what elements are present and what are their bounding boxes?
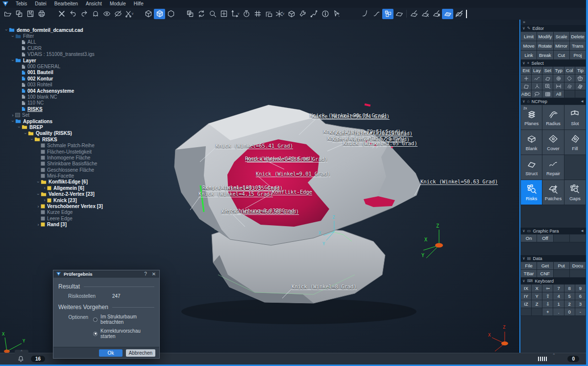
dialog-title-bar[interactable]: Prüfergebnis ? ✕ [53,270,159,278]
section-header-ncprep[interactable]: ∨⌂NCPrep◄ [520,98,586,105]
close-button[interactable]: ✕ [151,271,157,277]
chevron-expanded-icon[interactable]: › [36,192,41,197]
risk-annotation[interactable]: Knick (Winkel=4.15 Grad) [198,191,273,197]
tree-item[interactable]: Schmale Patch-Reihe [0,142,103,148]
editor-cut-button[interactable]: Cut [554,51,569,59]
section-header-keyboard[interactable]: ∨⌨Keyboard [520,278,586,284]
ncprep-gaps-tile[interactable]: Gaps [564,180,586,205]
tree-item[interactable]: ALL [0,39,103,45]
tree-item[interactable]: ›Set [0,112,103,118]
ncprep-risks-tile[interactable]: Risks [521,180,542,205]
chevron-down-icon[interactable]: ∨ [131,12,134,16]
toolbar-sheet-off-icon[interactable] [453,9,465,19]
tree-item[interactable]: Mini-Facette [0,173,103,179]
menu-module[interactable]: Module [106,0,130,8]
menu-bearbeiten[interactable]: Bearbeiten [50,0,82,8]
key-5[interactable]: 5 [564,292,575,300]
toolbar-pen-sheet-2-icon[interactable] [419,9,431,19]
chevron-expanded-icon[interactable]: › [29,137,34,142]
editor-limit-button[interactable]: Limit [521,32,537,41]
editor-scale-button[interactable]: Scale [554,32,569,41]
select-s-lasso-icon[interactable] [532,90,542,98]
key-4[interactable]: 4 [553,292,564,300]
tree-item[interactable]: Geschlossene Fläche [0,167,103,173]
toolbar-sheet-fill-icon[interactable] [442,9,453,19]
chevron-collapsed-icon[interactable]: › [10,113,15,118]
data-tbar-button[interactable]: TBar [521,270,537,277]
tree-item[interactable]: ›RISKS [0,136,103,142]
menu-datei[interactable]: Datei [31,0,50,8]
ok-button[interactable]: Ok [99,349,122,357]
key-3[interactable]: 3 [575,300,586,308]
risk-annotation[interactable]: Knick (Winkel=50.63 Grad) [420,179,498,185]
select-s-tripod-icon[interactable] [532,82,542,90]
key-2[interactable]: 2 [564,300,575,308]
key-ix[interactable]: IX [521,285,531,292]
tree-item[interactable]: 001 Bauteil [0,70,103,76]
toolbar-zoom-icon[interactable] [207,9,218,19]
toolbar-box-3d-icon[interactable] [286,9,297,19]
select-all-button[interactable]: All [553,90,564,98]
chevron-down-icon[interactable]: ∨ [282,12,285,16]
risk-annotation[interactable]: Knick (Winkel=8 Grad) [292,284,357,290]
chevron-expanded-icon[interactable]: › [10,119,15,124]
select-col-button[interactable]: Col [564,67,575,74]
select-tip-button[interactable]: Tip [575,67,586,74]
select-s-plane-icon[interactable] [542,75,553,82]
editor-break-button[interactable]: Break [537,51,553,59]
toolbar-eye-icon[interactable] [101,9,112,19]
tree-item[interactable]: ›Allgemein [6] [0,185,103,191]
toolbar-copy-window-icon[interactable] [13,9,24,19]
ncprep-planes-tile[interactable]: 2xPlanes [521,105,542,130]
toolbar-pen-sheet-icon[interactable] [408,9,419,19]
tree-item[interactable]: Kurze Edge [0,209,103,215]
toolbar-eye-off-icon[interactable] [112,9,123,19]
tree-item[interactable]: ›Verschobener Vertex [3] [0,203,103,209]
select-s-width-icon[interactable] [553,82,564,90]
tree-item[interactable]: ›demo_formteil_dcamcut.cad [0,27,103,33]
toolbar-wrench-icon[interactable] [297,9,308,19]
toolbar-save-icon[interactable] [24,9,36,19]
toolbar-trim-icon[interactable]: ∨ [123,9,135,19]
select-s-table-icon[interactable] [542,90,553,98]
tree-item[interactable]: ›Quality (RISKS) [0,131,103,136]
risk-annotation[interactable]: Knick (Winkel=3.05 Grad) [343,140,417,147]
radio-icon[interactable] [93,317,98,322]
key-0[interactable]: 0 [564,308,575,315]
select-s-sheet-icon[interactable] [521,82,531,90]
editor-modify-button[interactable]: Modify [537,32,553,41]
toolbar-cube-solid-icon[interactable] [154,9,165,19]
chevron-expanded-icon[interactable]: › [23,131,28,136]
section-header-editor[interactable]: ∨✎Editor [520,25,586,31]
section-header-data[interactable]: ∨▤Data [520,255,586,261]
editor-rotate-button[interactable]: Rotate [537,41,553,50]
radio-strukturbaum[interactable]: Im Strukturbaum betrachten [93,314,154,325]
editor-mirror-button[interactable]: Mirror [554,41,569,50]
select-s-curve-icon[interactable] [532,75,542,82]
chevron-collapsed-icon[interactable]: › [42,198,47,203]
toolbar-print-icon[interactable] [36,9,47,19]
ncprep-repair-tile[interactable]: Repair [542,155,564,180]
graphic-off-button[interactable]: Off [537,235,553,242]
key-8[interactable]: 8 [564,285,575,292]
toolbar-cube-hidden-icon[interactable] [165,9,176,19]
tree-item[interactable]: Flächen-Unstetigkeit [0,149,103,155]
key-⇧[interactable]: ⇧ [542,292,553,300]
menu-tebis[interactable]: Tebis [12,0,31,8]
data-put-button[interactable]: Put [554,262,569,269]
chevron-expanded-icon[interactable]: › [17,125,22,130]
pin-icon[interactable]: ◄ [580,99,584,104]
menu-hilfe[interactable]: Hilfe [130,0,147,8]
tree-item[interactable]: Inhomogene Fläche [0,155,103,160]
tree-item[interactable]: 100 blank NC [0,94,103,100]
editor-trans-button[interactable]: Trans [570,41,586,50]
status-notch-left[interactable]: ^ [15,350,28,353]
ncprep-radius-tile[interactable]: Radius [542,105,564,130]
chevron-expanded-icon[interactable]: › [10,34,15,39]
risk-annotation[interactable]: Kante (Winkel=96.24 Grad) [312,113,390,120]
editor-delete-button[interactable]: Delete [570,32,586,41]
tree-item[interactable]: Shrinkbare Basisfläche [0,161,103,167]
toolbar-curve-s-icon[interactable] [371,9,382,19]
ncprep-cover-tile[interactable]: Cover [542,130,564,155]
notifications-bell-icon[interactable] [18,356,24,362]
